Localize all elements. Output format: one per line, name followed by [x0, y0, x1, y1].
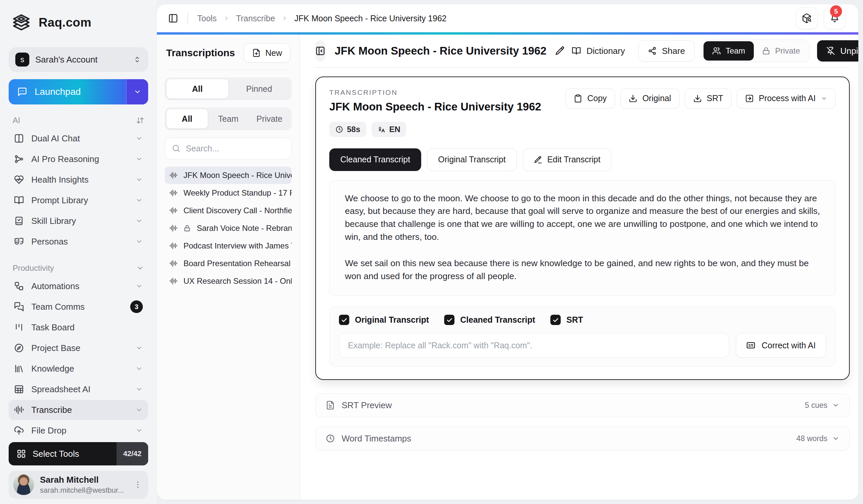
- download-srt-button[interactable]: SRT: [685, 89, 732, 108]
- list-item[interactable]: Board Presentation Rehearsal: [165, 255, 292, 272]
- copy-button[interactable]: Copy: [565, 89, 615, 108]
- sidebar-item[interactable]: Dual AI Chat: [9, 128, 148, 148]
- header-divider: [315, 67, 850, 68]
- dictionary-button[interactable]: Dictionary: [565, 40, 631, 62]
- select-tools-button[interactable]: Select Tools 42/42: [9, 442, 148, 465]
- sidebar-item[interactable]: Task Board: [9, 318, 148, 337]
- language-badge: EN: [372, 122, 406, 137]
- collapsible-panel[interactable]: Word Timestamps 48 words: [315, 426, 850, 450]
- panel-meta: 48 words: [797, 434, 839, 443]
- checkbox-checked[interactable]: [339, 315, 349, 325]
- checkbox-checked[interactable]: [550, 315, 561, 325]
- ellipsis-vertical-icon[interactable]: [134, 480, 142, 489]
- list-item[interactable]: Client Discovery Call - Northfield ...: [165, 202, 292, 219]
- unpin-button[interactable]: Unpin: [817, 40, 858, 62]
- sidebar-item-label: Health Insights: [31, 175, 128, 185]
- scope-tab[interactable]: Team: [208, 109, 249, 128]
- transcript-tabs: Cleaned Transcript Original Transcript E…: [329, 148, 836, 171]
- scope-tab[interactable]: Private: [249, 109, 290, 128]
- transcript-paragraph: We choose to go to the moon. We choose t…: [345, 192, 820, 244]
- process-with-ai-button[interactable]: Process with AI: [737, 89, 836, 108]
- sidebar-item[interactable]: File Drop: [9, 421, 148, 440]
- new-transcription-button[interactable]: New: [244, 43, 290, 63]
- transcript-tab[interactable]: Original Transcript: [427, 148, 517, 171]
- account-switcher[interactable]: s Sarah's Account: [9, 47, 148, 72]
- check-icon: [552, 317, 559, 323]
- sidebar-item[interactable]: Prompt Library: [9, 190, 148, 210]
- pencil-icon[interactable]: [555, 46, 565, 56]
- sidebar-item-label: Personas: [31, 236, 128, 247]
- collapse-panel-button[interactable]: [315, 40, 325, 62]
- chevron-right-icon: [282, 15, 288, 21]
- transcript-tab[interactable]: Edit Transcript: [523, 148, 612, 171]
- sidebar-item[interactable]: Knowledge: [9, 359, 148, 378]
- sort-icon[interactable]: [136, 116, 144, 125]
- app-name: Raq.com: [39, 16, 91, 30]
- sidebar-item[interactable]: Transcribe: [9, 400, 148, 420]
- private-visibility-button[interactable]: Private: [754, 46, 808, 55]
- sidebar-item-icon: [14, 405, 24, 415]
- sidebar-item[interactable]: Spreadsheet AI: [9, 379, 148, 399]
- list-item[interactable]: Sarah Voice Note - Rebrand T...: [165, 220, 292, 237]
- clock-icon: [335, 126, 343, 133]
- select-tools-main: Select Tools: [9, 442, 116, 465]
- checkbox-checked[interactable]: [444, 315, 454, 325]
- sidebar-item-label: Task Board: [31, 322, 143, 333]
- list-item[interactable]: UX Research Session 14 - Onboar...: [165, 272, 292, 290]
- export-option-checkbox[interactable]: Original Transcript: [339, 315, 429, 325]
- transcript-tab[interactable]: Cleaned Transcript: [329, 148, 421, 171]
- filter-tab[interactable]: All: [166, 79, 228, 99]
- sidebar-item[interactable]: Health Insights: [9, 170, 148, 190]
- list-item[interactable]: Podcast Interview with James Th...: [165, 237, 292, 255]
- sidebar-item-label: Dual AI Chat: [31, 133, 128, 144]
- launchpad-button[interactable]: Launchpad: [9, 79, 148, 104]
- scope-tabs: All Team Private: [165, 107, 292, 130]
- export-option-checkbox[interactable]: SRT: [550, 315, 583, 325]
- card-top: TRANSCRIPTION JFK Moon Speech - Rice Uni…: [329, 89, 836, 137]
- launchpad-main[interactable]: Launchpad: [9, 79, 126, 104]
- clipboard-icon: [574, 94, 582, 103]
- sidebar-item[interactable]: Team Comms 3: [9, 297, 148, 317]
- workspace: Tools Transcribe JFK Moon Speech - Rice …: [157, 0, 863, 504]
- file-plus-icon: [252, 49, 261, 57]
- sidebar-item-label: Spreadsheet AI: [31, 384, 128, 395]
- correct-with-ai-button[interactable]: Correct with AI: [736, 333, 826, 358]
- panel-left-icon[interactable]: [168, 13, 178, 23]
- package-search-button[interactable]: [796, 7, 818, 29]
- list-item-label: UX Research Session 14 - Onboar...: [184, 276, 292, 286]
- list-item[interactable]: JFK Moon Speech - Rice Universi...: [165, 167, 292, 184]
- pencil-line-icon: [534, 155, 542, 164]
- notifications-button[interactable]: 5: [824, 7, 846, 29]
- sidebar-item[interactable]: Project Base: [9, 338, 148, 358]
- correction-input[interactable]: [339, 333, 729, 358]
- waveform-icon: [170, 171, 177, 179]
- sidebar-item-label: Project Base: [31, 343, 128, 353]
- book-open-icon: [572, 46, 581, 55]
- sidebar-item-label: Knowledge: [31, 364, 128, 374]
- content: Transcriptions New All Pinned: [157, 35, 858, 500]
- share-button[interactable]: Share: [638, 40, 695, 62]
- sidebar-item[interactable]: Automations: [9, 276, 148, 296]
- sidebar-item[interactable]: AI Pro Reasoning: [9, 149, 148, 169]
- export-option-checkbox[interactable]: Cleaned Transcript: [444, 315, 535, 325]
- breadcrumb-tools[interactable]: Tools: [198, 14, 217, 23]
- search-input[interactable]: [186, 144, 293, 153]
- panel-icon: [326, 434, 335, 443]
- chevron-down-icon[interactable]: [136, 264, 144, 272]
- team-visibility-button[interactable]: Team: [703, 41, 754, 61]
- list-item[interactable]: Weekly Product Standup - 17 Feb: [165, 184, 292, 202]
- filter-tabs: All Pinned: [165, 78, 292, 100]
- sidebar-item[interactable]: Skill Library: [9, 211, 148, 231]
- launchpad-expand-button[interactable]: [126, 79, 148, 104]
- user-card[interactable]: Sarah Mitchell sarah.mitchell@westbur...: [9, 471, 148, 499]
- breadcrumb-transcribe[interactable]: Transcribe: [236, 14, 275, 23]
- collapsible-panel[interactable]: SRT Preview 5 cues: [315, 393, 850, 417]
- filter-tab[interactable]: Pinned: [228, 79, 290, 99]
- download-original-button[interactable]: Original: [620, 89, 679, 108]
- export-option-label: Original Transcript: [355, 315, 429, 325]
- card-title-block: TRANSCRIPTION JFK Moon Speech - Rice Uni…: [329, 89, 541, 137]
- panel-title: SRT Preview: [342, 400, 392, 411]
- scope-tab[interactable]: All: [166, 109, 208, 128]
- waveform-icon: [170, 259, 177, 268]
- sidebar-item[interactable]: Personas: [9, 232, 148, 251]
